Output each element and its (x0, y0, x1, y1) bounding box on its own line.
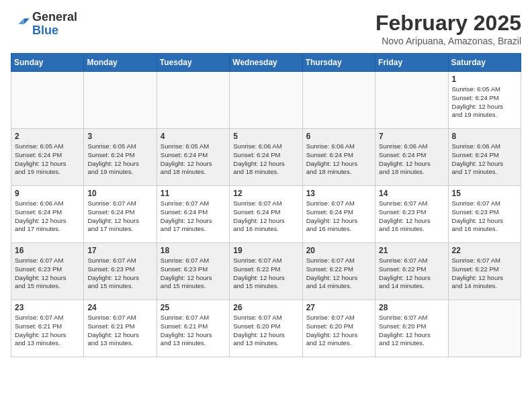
day-number: 14 (379, 189, 444, 198)
day-info: Sunrise: 6:07 AM Sunset: 6:23 PM Dayligh… (452, 199, 517, 234)
calendar-week-row: 1Sunrise: 6:05 AM Sunset: 6:24 PM Daylig… (11, 72, 521, 129)
day-number: 22 (452, 246, 517, 255)
weekday-header-monday: Monday (84, 54, 157, 72)
day-number: 24 (87, 303, 152, 312)
calendar-cell (157, 72, 229, 129)
day-info: Sunrise: 6:07 AM Sunset: 6:24 PM Dayligh… (306, 199, 371, 234)
day-number: 25 (161, 303, 226, 312)
day-info: Sunrise: 6:06 AM Sunset: 6:24 PM Dayligh… (379, 142, 444, 177)
day-info: Sunrise: 6:07 AM Sunset: 6:24 PM Dayligh… (161, 199, 226, 234)
day-number: 5 (233, 132, 298, 141)
logo-blue-text: Blue (32, 24, 77, 38)
day-info: Sunrise: 6:07 AM Sunset: 6:20 PM Dayligh… (306, 314, 371, 348)
day-info: Sunrise: 6:06 AM Sunset: 6:24 PM Dayligh… (233, 142, 298, 177)
day-info: Sunrise: 6:07 AM Sunset: 6:21 PM Dayligh… (15, 314, 80, 348)
day-number: 27 (306, 303, 371, 312)
page-header: General Blue February 2025 Novo Aripuana… (11, 11, 521, 46)
day-info: Sunrise: 6:07 AM Sunset: 6:20 PM Dayligh… (379, 314, 444, 348)
day-info: Sunrise: 6:06 AM Sunset: 6:24 PM Dayligh… (452, 142, 517, 177)
calendar-cell: 26Sunrise: 6:07 AM Sunset: 6:20 PM Dayli… (230, 300, 302, 357)
day-number: 26 (233, 303, 298, 312)
calendar-week-row: 9Sunrise: 6:06 AM Sunset: 6:24 PM Daylig… (11, 186, 521, 243)
calendar-cell: 6Sunrise: 6:06 AM Sunset: 6:24 PM Daylig… (302, 129, 375, 186)
weekday-header-thursday: Thursday (302, 54, 375, 72)
calendar-cell: 16Sunrise: 6:07 AM Sunset: 6:23 PM Dayli… (11, 243, 84, 300)
day-info: Sunrise: 6:07 AM Sunset: 6:20 PM Dayligh… (233, 314, 298, 348)
weekday-header-saturday: Saturday (448, 54, 521, 72)
day-info: Sunrise: 6:07 AM Sunset: 6:23 PM Dayligh… (87, 257, 152, 291)
weekday-header-friday: Friday (375, 54, 448, 72)
day-number: 9 (15, 189, 80, 198)
svg-marker-0 (24, 18, 30, 24)
day-info: Sunrise: 6:05 AM Sunset: 6:24 PM Dayligh… (15, 142, 80, 177)
calendar-header: SundayMondayTuesdayWednesdayThursdayFrid… (11, 54, 521, 72)
calendar-cell: 15Sunrise: 6:07 AM Sunset: 6:23 PM Dayli… (448, 186, 521, 243)
day-info: Sunrise: 6:06 AM Sunset: 6:24 PM Dayligh… (306, 142, 371, 177)
calendar-cell: 17Sunrise: 6:07 AM Sunset: 6:23 PM Dayli… (84, 243, 157, 300)
calendar-cell: 5Sunrise: 6:06 AM Sunset: 6:24 PM Daylig… (230, 129, 302, 186)
calendar-cell: 10Sunrise: 6:07 AM Sunset: 6:24 PM Dayli… (84, 186, 157, 243)
calendar-table: SundayMondayTuesdayWednesdayThursdayFrid… (11, 53, 521, 357)
day-info: Sunrise: 6:07 AM Sunset: 6:22 PM Dayligh… (306, 257, 371, 291)
day-number: 28 (379, 303, 444, 312)
day-info: Sunrise: 6:06 AM Sunset: 6:24 PM Dayligh… (15, 199, 80, 234)
day-info: Sunrise: 6:07 AM Sunset: 6:21 PM Dayligh… (161, 314, 226, 348)
logo-general-text: General (32, 11, 77, 24)
weekday-header-sunday: Sunday (11, 54, 84, 72)
day-number: 13 (306, 189, 371, 198)
svg-marker-1 (18, 18, 24, 24)
logo-icon (11, 15, 30, 34)
day-info: Sunrise: 6:07 AM Sunset: 6:23 PM Dayligh… (161, 257, 226, 291)
day-number: 2 (15, 132, 80, 141)
day-info: Sunrise: 6:07 AM Sunset: 6:22 PM Dayligh… (379, 257, 444, 291)
day-info: Sunrise: 6:05 AM Sunset: 6:24 PM Dayligh… (452, 85, 517, 120)
day-info: Sunrise: 6:05 AM Sunset: 6:24 PM Dayligh… (87, 142, 152, 177)
day-number: 10 (87, 189, 152, 198)
calendar-cell: 8Sunrise: 6:06 AM Sunset: 6:24 PM Daylig… (448, 129, 521, 186)
calendar-cell (11, 72, 84, 129)
day-number: 20 (306, 246, 371, 255)
calendar-cell (375, 72, 448, 129)
day-number: 4 (161, 132, 226, 141)
weekday-header-row: SundayMondayTuesdayWednesdayThursdayFrid… (11, 54, 521, 72)
weekday-header-wednesday: Wednesday (230, 54, 302, 72)
calendar-cell: 12Sunrise: 6:07 AM Sunset: 6:24 PM Dayli… (230, 186, 302, 243)
day-number: 15 (452, 189, 517, 198)
day-number: 16 (15, 246, 80, 255)
calendar-week-row: 23Sunrise: 6:07 AM Sunset: 6:21 PM Dayli… (11, 300, 521, 357)
calendar-cell (448, 300, 521, 357)
day-info: Sunrise: 6:07 AM Sunset: 6:22 PM Dayligh… (233, 257, 298, 291)
calendar-cell: 9Sunrise: 6:06 AM Sunset: 6:24 PM Daylig… (11, 186, 84, 243)
day-info: Sunrise: 6:07 AM Sunset: 6:24 PM Dayligh… (87, 199, 152, 234)
logo: General Blue (11, 11, 77, 38)
day-info: Sunrise: 6:07 AM Sunset: 6:22 PM Dayligh… (452, 257, 517, 291)
day-number: 11 (161, 189, 226, 198)
day-number: 17 (87, 246, 152, 255)
day-number: 1 (452, 75, 517, 84)
day-number: 8 (452, 132, 517, 141)
day-number: 12 (233, 189, 298, 198)
weekday-header-tuesday: Tuesday (157, 54, 229, 72)
calendar-week-row: 2Sunrise: 6:05 AM Sunset: 6:24 PM Daylig… (11, 129, 521, 186)
day-number: 7 (379, 132, 444, 141)
calendar-cell: 1Sunrise: 6:05 AM Sunset: 6:24 PM Daylig… (448, 72, 521, 129)
calendar-cell: 28Sunrise: 6:07 AM Sunset: 6:20 PM Dayli… (375, 300, 448, 357)
day-info: Sunrise: 6:05 AM Sunset: 6:24 PM Dayligh… (161, 142, 226, 177)
calendar-cell: 21Sunrise: 6:07 AM Sunset: 6:22 PM Dayli… (375, 243, 448, 300)
day-number: 21 (379, 246, 444, 255)
calendar-cell: 27Sunrise: 6:07 AM Sunset: 6:20 PM Dayli… (302, 300, 375, 357)
calendar-cell: 20Sunrise: 6:07 AM Sunset: 6:22 PM Dayli… (302, 243, 375, 300)
calendar-cell: 13Sunrise: 6:07 AM Sunset: 6:24 PM Dayli… (302, 186, 375, 243)
calendar-cell: 11Sunrise: 6:07 AM Sunset: 6:24 PM Dayli… (157, 186, 229, 243)
calendar-cell: 4Sunrise: 6:05 AM Sunset: 6:24 PM Daylig… (157, 129, 229, 186)
calendar-cell: 24Sunrise: 6:07 AM Sunset: 6:21 PM Dayli… (84, 300, 157, 357)
day-info: Sunrise: 6:07 AM Sunset: 6:24 PM Dayligh… (233, 199, 298, 234)
calendar-cell: 7Sunrise: 6:06 AM Sunset: 6:24 PM Daylig… (375, 129, 448, 186)
calendar-cell (84, 72, 157, 129)
calendar-cell: 2Sunrise: 6:05 AM Sunset: 6:24 PM Daylig… (11, 129, 84, 186)
month-title: February 2025 (375, 11, 521, 36)
calendar-week-row: 16Sunrise: 6:07 AM Sunset: 6:23 PM Dayli… (11, 243, 521, 300)
calendar-cell: 22Sunrise: 6:07 AM Sunset: 6:22 PM Dayli… (448, 243, 521, 300)
calendar-cell: 14Sunrise: 6:07 AM Sunset: 6:23 PM Dayli… (375, 186, 448, 243)
calendar-cell: 25Sunrise: 6:07 AM Sunset: 6:21 PM Dayli… (157, 300, 229, 357)
